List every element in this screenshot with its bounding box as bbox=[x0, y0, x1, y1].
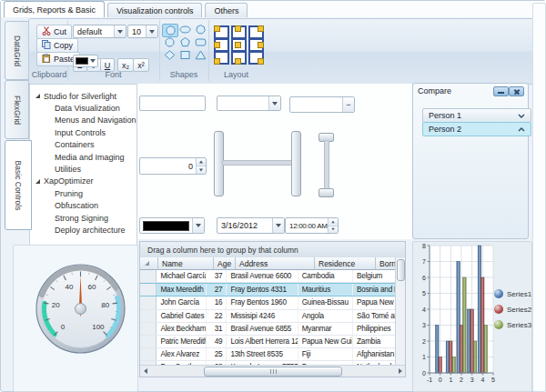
tree-item-data-visualization[interactable]: Data Visualization bbox=[30, 102, 136, 114]
tree-item-input-controls[interactable]: Input Controls bbox=[30, 126, 136, 138]
collapse-icon[interactable]: − bbox=[342, 97, 354, 112]
column-header-age[interactable]: Age bbox=[214, 257, 236, 270]
minimize-button[interactable] bbox=[493, 86, 509, 96]
align-middle-left-icon bbox=[214, 38, 229, 52]
layout-middle-center-button[interactable] bbox=[229, 37, 247, 50]
svg-text:20: 20 bbox=[52, 301, 60, 309]
shape-octagon-button[interactable] bbox=[162, 36, 177, 48]
svg-text:4: 4 bbox=[422, 307, 426, 313]
column-header-residence[interactable]: Residence bbox=[315, 257, 376, 270]
column-header-address[interactable]: Address bbox=[236, 257, 315, 270]
font-size-value: 10 bbox=[128, 27, 146, 36]
group-by-hint: Drag a column here to group by that colu… bbox=[147, 246, 298, 255]
expander-icon[interactable] bbox=[35, 179, 40, 184]
font-color-picker[interactable] bbox=[73, 55, 98, 67]
svg-text:100: 100 bbox=[92, 323, 105, 331]
layout-bottom-center-button[interactable] bbox=[229, 50, 247, 63]
tree-item-studio-for-silverlight[interactable]: Studio for Silverlight bbox=[30, 90, 136, 102]
layout-middle-right-button[interactable] bbox=[247, 37, 264, 50]
vscroll-thumb[interactable] bbox=[397, 259, 405, 281]
chevron-down-icon[interactable] bbox=[272, 218, 284, 233]
hscroll-thumb[interactable] bbox=[204, 367, 342, 377]
align-top-right-icon bbox=[248, 25, 264, 39]
table-row[interactable]: Max Meredith27Fray Bentos 4331MauritiusB… bbox=[140, 283, 396, 297]
table-row[interactable]: Gabriel Gates22Missisipi 4246AngolaSão T… bbox=[140, 310, 396, 323]
select-all-corner[interactable] bbox=[140, 257, 158, 270]
expander-icon[interactable] bbox=[35, 94, 40, 98]
font-size-combo[interactable]: 10 bbox=[127, 25, 158, 38]
align-bottom-left-icon bbox=[214, 51, 229, 65]
tree-item-pruning[interactable]: Pruning bbox=[30, 187, 136, 199]
range-slider-track[interactable] bbox=[222, 160, 293, 166]
range-slider-right-thumb[interactable] bbox=[291, 131, 301, 196]
vslider-track[interactable] bbox=[324, 140, 329, 191]
hscroll-right-arrow[interactable] bbox=[395, 366, 405, 376]
side-tab-basic-controls[interactable]: Basic Controls bbox=[5, 140, 32, 230]
date-value: 3/16/2012 bbox=[217, 221, 272, 230]
close-button[interactable] bbox=[509, 86, 524, 96]
shape-heptagon-button[interactable] bbox=[193, 24, 207, 35]
table-row[interactable]: Patric Meredith49Lois Albert Herrera 121… bbox=[140, 336, 396, 348]
color-picker[interactable] bbox=[139, 217, 205, 234]
collapsed-side-panel[interactable] bbox=[532, 3, 546, 392]
shape-square-button[interactable] bbox=[177, 49, 192, 61]
side-tab-flexgrid[interactable]: FlexGrid bbox=[5, 80, 29, 139]
table-row[interactable]: Alex Alvarez2513th Street 8535FijiAfghan… bbox=[140, 348, 396, 361]
time-spinner[interactable] bbox=[328, 218, 338, 233]
horizontal-scrollbar[interactable] bbox=[140, 365, 405, 377]
shape-ellipse-button[interactable] bbox=[177, 24, 192, 35]
chevron-down-icon[interactable] bbox=[268, 96, 280, 110]
hscroll-left-arrow[interactable] bbox=[140, 366, 150, 376]
tree-item-deploy-architecture[interactable]: Deploy architecture bbox=[30, 224, 136, 236]
tab-strip: Grids, Reports & BasicVisualization cont… bbox=[1, 1, 546, 17]
tab-grids-reports-basic[interactable]: Grids, Reports & Basic bbox=[4, 1, 105, 17]
shape-diamond-button[interactable] bbox=[162, 49, 177, 61]
tree-item-strong-signing[interactable]: Strong Signing bbox=[30, 212, 136, 224]
vslider-bottom-thumb[interactable] bbox=[318, 188, 334, 197]
layout-top-center-button[interactable] bbox=[229, 25, 247, 37]
shape-rounded-rectangle-button[interactable] bbox=[193, 36, 207, 48]
spin-down-icon bbox=[329, 226, 338, 234]
chevron-down-icon[interactable] bbox=[192, 218, 204, 233]
numeric-spinner[interactable] bbox=[196, 158, 206, 174]
tree-item-menus-and-navigation[interactable]: Menus and Navigation bbox=[30, 115, 136, 126]
table-row[interactable]: Michael García37Brasil Avenue 6600Cambod… bbox=[140, 270, 396, 283]
combobox[interactable] bbox=[217, 95, 281, 111]
table-row[interactable]: Alex Beckham31Brasil Avenue 6855MyanmarP… bbox=[140, 323, 396, 336]
tree-item-containers[interactable]: Containers bbox=[30, 139, 136, 151]
time-picker[interactable]: 12:00:00 AM bbox=[285, 217, 339, 234]
tab-visualization-controls[interactable]: Visualization controls bbox=[107, 3, 202, 17]
font-family-combo[interactable]: default bbox=[73, 25, 126, 38]
tab-others[interactable]: Others bbox=[205, 3, 248, 17]
shape-pentagon-button[interactable] bbox=[177, 36, 192, 48]
textbox[interactable] bbox=[139, 95, 206, 111]
cut-icon bbox=[42, 26, 51, 37]
cell: Gabriel Gates bbox=[157, 310, 207, 322]
layout-bottom-left-button[interactable] bbox=[212, 50, 229, 63]
layout-top-left-button[interactable] bbox=[212, 25, 229, 37]
tree-item-media-and-imaging[interactable]: Media and Imaging bbox=[30, 151, 136, 163]
chevron-down-icon[interactable] bbox=[114, 25, 126, 37]
cell: Belgium bbox=[353, 270, 396, 282]
table-row[interactable]: John García16Fray Bentos 1960Guinea-Biss… bbox=[140, 297, 396, 309]
side-tab-datagrid[interactable]: DataGrid bbox=[5, 21, 29, 80]
shape-triangle-button[interactable] bbox=[193, 49, 207, 61]
spin-up-icon bbox=[329, 218, 338, 226]
group-by-bar[interactable]: Drag a column here to group by that colu… bbox=[140, 242, 405, 258]
tree-item-obfuscation[interactable]: Obfuscation bbox=[30, 200, 136, 212]
date-picker[interactable]: 3/16/2012 bbox=[217, 217, 285, 234]
numeric-updown[interactable]: 0 bbox=[139, 157, 207, 175]
tree-item-utilities[interactable]: Utilities bbox=[30, 163, 136, 175]
shape-circle-button[interactable] bbox=[162, 24, 178, 37]
chevron-down-icon[interactable] bbox=[146, 25, 157, 37]
tree-item-xapoptimizer[interactable]: XapOptimizer bbox=[30, 176, 136, 187]
vertical-scrollbar[interactable] bbox=[395, 257, 405, 366]
expander-person-1[interactable]: Person 1 bbox=[422, 108, 531, 123]
column-header-name[interactable]: Name bbox=[158, 257, 214, 270]
layout-middle-left-button[interactable] bbox=[212, 37, 229, 50]
layout-top-right-button[interactable] bbox=[247, 25, 264, 37]
collapsible-box[interactable]: − bbox=[289, 96, 355, 113]
layout-bottom-right-button[interactable] bbox=[247, 50, 264, 63]
cell: 49 bbox=[207, 336, 227, 347]
expander-person-2[interactable]: Person 2 bbox=[422, 122, 531, 136]
